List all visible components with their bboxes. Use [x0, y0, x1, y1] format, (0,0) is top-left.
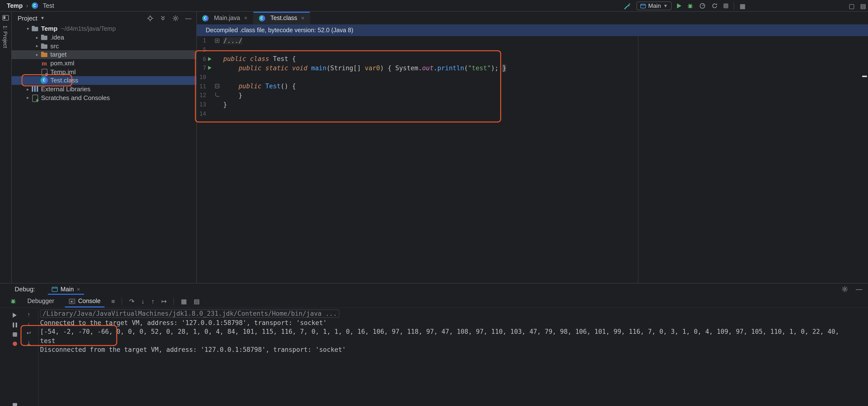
collapse-all-icon[interactable]	[160, 15, 166, 21]
tree-item-target[interactable]: ▸target	[12, 50, 196, 59]
console-line-2[interactable]: Connected to the target VM, address: '12…	[40, 318, 868, 328]
tree-item-temp-iml[interactable]: Temp.iml	[12, 68, 196, 76]
debug-session-tab[interactable]: Main ×	[48, 283, 84, 295]
step-over-icon[interactable]: ↷	[129, 298, 134, 304]
tree-item-pom-xml[interactable]: mpom.xml	[12, 59, 196, 68]
line-number[interactable]: 6	[197, 56, 207, 62]
line-number[interactable]: 1	[197, 37, 207, 44]
fold-end-icon[interactable]	[213, 91, 221, 100]
pause-button[interactable]	[12, 323, 17, 328]
stop-button[interactable]	[12, 332, 17, 337]
tree-item-temp[interactable]: ▾Temp~/d4m1ts/java/Temp	[12, 24, 196, 33]
soft-wrap-icon[interactable]: ↩	[27, 330, 31, 336]
up-stack-icon[interactable]: ↑	[28, 312, 30, 317]
line-number[interactable]: 5	[197, 46, 207, 53]
code-editor[interactable]: 1/.../56public class Test {7 public stat…	[197, 36, 868, 283]
console-line-5[interactable]: Disconnected from the target VM, address…	[40, 345, 868, 354]
console-line-4[interactable]: test	[40, 336, 868, 345]
chevron-down-icon[interactable]: ▾	[24, 26, 31, 31]
chevron-right-icon[interactable]: ▸	[24, 95, 31, 100]
project-stripe-icon[interactable]	[2, 15, 9, 21]
code-line-10[interactable]: 10	[197, 73, 868, 82]
code-line-6[interactable]: 6public class Test {	[197, 55, 868, 63]
locate-file-icon[interactable]	[147, 15, 153, 21]
tree-item-src[interactable]: ▸src	[12, 42, 196, 50]
step-into-icon[interactable]: ↓	[142, 298, 145, 304]
run-gutter-icon[interactable]	[207, 55, 213, 63]
line-number[interactable]: 11	[197, 83, 207, 90]
code-line-14[interactable]: 14	[197, 109, 868, 118]
tab-console[interactable]: ▸ Console	[65, 295, 104, 307]
scrollbar-mark[interactable]	[862, 76, 867, 77]
console-line-1[interactable]: /Library/Java/JavaVirtualMachines/jdk1.8…	[40, 309, 868, 318]
restore-layout-icon[interactable]: ▦	[181, 298, 187, 304]
line-number[interactable]: 14	[197, 110, 207, 117]
view-options-icon[interactable]: ▤	[194, 298, 200, 304]
rerun-button[interactable]	[711, 2, 718, 9]
project-panel-title[interactable]: Project	[18, 14, 37, 22]
line-number[interactable]: 13	[197, 101, 207, 108]
tree-item-test-class[interactable]: CTest.class	[12, 76, 196, 84]
code-line-13[interactable]: 13}	[197, 100, 868, 109]
line-number[interactable]: 7	[197, 65, 207, 71]
tree-item-scratches-and-consoles[interactable]: ▸Scratches and Consoles	[12, 94, 196, 102]
run-gutter-icon[interactable]	[207, 63, 213, 72]
run-button[interactable]	[677, 3, 681, 8]
code-text[interactable]: public static void main(String[] var0) {…	[221, 64, 868, 72]
layout-icon[interactable]: ▢	[849, 3, 855, 9]
code-text[interactable]: }	[221, 92, 868, 99]
code-line-11[interactable]: 11 public Test() {	[197, 82, 868, 91]
close-icon[interactable]: ×	[301, 14, 305, 22]
fold-minus-icon[interactable]	[213, 82, 221, 91]
code-line-7[interactable]: 7 public static void main(String[] var0)…	[197, 63, 868, 72]
run-config-selector[interactable]: Main ▼	[637, 1, 672, 10]
fold-plus-icon[interactable]	[213, 36, 221, 45]
code-text[interactable]: /.../	[221, 37, 868, 44]
debug-button[interactable]	[687, 2, 693, 9]
options-menu-icon[interactable]: ≡	[112, 298, 115, 304]
breadcrumb-project[interactable]: Temp	[7, 2, 23, 9]
code-text[interactable]: }	[221, 101, 868, 108]
chevron-right-icon[interactable]: ▸	[24, 87, 31, 92]
gear-icon[interactable]	[173, 15, 179, 21]
chevron-right-icon[interactable]: ▸	[34, 43, 40, 48]
scroll-to-end-icon[interactable]: ↓	[27, 340, 30, 345]
code-line-5[interactable]: 5	[197, 45, 868, 54]
tab-main-java[interactable]: C Main.java ×	[197, 12, 253, 24]
profile-button[interactable]	[699, 2, 706, 9]
code-text[interactable]: public class Test {	[221, 55, 868, 63]
resume-button[interactable]	[13, 313, 17, 318]
java-class-icon: C	[32, 2, 38, 9]
build-screwdriver-icon[interactable]	[624, 2, 631, 9]
tool-windows-icon[interactable]: ▦	[740, 3, 746, 9]
module-file-icon	[40, 68, 48, 76]
gear-icon[interactable]	[842, 286, 848, 292]
hide-panel-icon[interactable]: —	[185, 15, 191, 21]
run-to-cursor-icon[interactable]: ↦	[161, 298, 167, 304]
close-icon[interactable]: ×	[77, 286, 80, 293]
line-number[interactable]: 12	[197, 92, 207, 99]
step-out-icon[interactable]: ↑	[151, 298, 155, 304]
hide-panel-icon[interactable]: —	[856, 286, 862, 292]
chevron-down-icon[interactable]: ▼	[40, 15, 45, 21]
down-stack-icon[interactable]: ↓	[28, 321, 30, 327]
code-text[interactable]: public Test() {	[221, 83, 868, 90]
console-output[interactable]: /Library/Java/JavaVirtualMachines/jdk1.8…	[38, 309, 868, 406]
debugger-status-icon[interactable]	[12, 342, 17, 346]
chevron-right-icon[interactable]: ▸	[34, 52, 40, 57]
stop-button[interactable]	[723, 3, 728, 8]
gutter-slot	[207, 109, 213, 118]
code-line-1[interactable]: 1/.../	[197, 36, 868, 45]
code-line-12[interactable]: 12 }	[197, 91, 868, 100]
breadcrumb-target[interactable]: Test	[43, 2, 54, 9]
notifications-icon[interactable]: ▤	[860, 3, 866, 9]
close-icon[interactable]: ×	[244, 14, 247, 22]
tree-item-external-libraries[interactable]: ▸External Libraries	[12, 85, 196, 94]
console-line-3[interactable]: [-54, -2, -70, -66, 0, 0, 0, 52, 0, 28, …	[40, 328, 868, 336]
project-stripe-label[interactable]: 1: Project	[2, 25, 8, 48]
tab-debugger[interactable]: Debugger	[24, 295, 58, 307]
tree-item--idea[interactable]: ▸.idea	[12, 33, 196, 41]
chevron-right-icon[interactable]: ▸	[34, 35, 40, 40]
line-number[interactable]: 10	[197, 74, 207, 80]
tab-test-class[interactable]: C Test.class ×	[253, 12, 310, 24]
